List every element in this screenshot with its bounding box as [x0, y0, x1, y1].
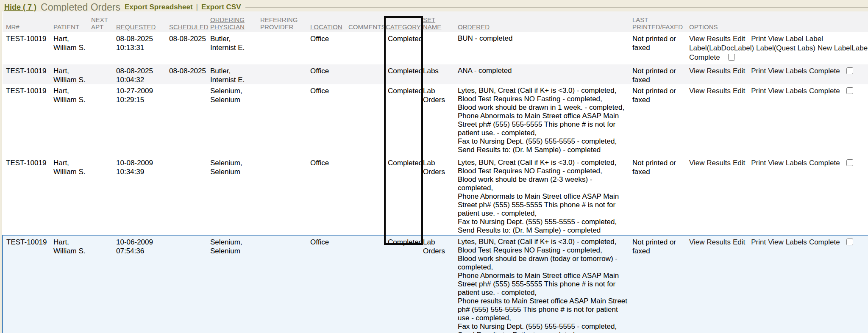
- option-link-print[interactable]: Print: [751, 87, 766, 95]
- column-header-physician[interactable]: ORDERINGPHYSICIAN: [210, 11, 260, 32]
- option-link-complete[interactable]: Complete: [809, 238, 840, 246]
- column-header-label: PATIENT: [53, 23, 79, 31]
- cell-text-line: Hart,: [53, 238, 88, 247]
- hide-link[interactable]: Hide ( 7 ): [4, 3, 36, 12]
- options-line: Label(LabDocLabel)Label(Quest Labs)New L…: [689, 44, 865, 53]
- cell-ordered: Lytes, BUN, Creat (Call if K+ is <3.0) -…: [458, 156, 632, 235]
- cell-physician: Selenium,Selenium: [210, 235, 260, 333]
- cell-mr: TEST-10019: [3, 32, 53, 64]
- cell-next-apt: [91, 235, 116, 333]
- option-link-view-results[interactable]: View Results: [689, 159, 731, 167]
- column-header-label[interactable]: SET: [423, 16, 435, 23]
- option-link-complete[interactable]: Complete: [689, 53, 720, 61]
- column-header-requested[interactable]: REQUESTED: [116, 11, 169, 32]
- option-link-edit[interactable]: Edit: [733, 238, 745, 246]
- export-spreadsheet-link[interactable]: Export Spreadsheet: [125, 3, 193, 11]
- cell-comments: [348, 32, 386, 64]
- options-line: View ResultsEditPrintViewLabelsComplete: [689, 67, 865, 76]
- option-link-complete[interactable]: Complete: [809, 67, 840, 75]
- column-header-category[interactable]: CATEGORY: [386, 11, 423, 32]
- cell-mr: TEST-10019: [3, 156, 53, 235]
- column-header-label[interactable]: NAME: [423, 23, 441, 31]
- option-link-edit[interactable]: Edit: [733, 35, 745, 43]
- option-link-view-results[interactable]: View Results: [689, 238, 731, 246]
- cell-provider: [260, 64, 310, 84]
- column-header-setname[interactable]: SETNAME: [423, 11, 458, 32]
- column-header-provider: REFERRINGPROVIDER: [260, 11, 310, 32]
- option-link-labels[interactable]: Labels: [786, 159, 807, 167]
- option-link-view-results[interactable]: View Results: [689, 67, 731, 75]
- cell-last-printed: Not printed or faxed: [632, 235, 689, 333]
- column-header-label[interactable]: SCHEDULED: [169, 23, 209, 31]
- option-link-print[interactable]: Print: [751, 238, 766, 246]
- option-link-print[interactable]: Print: [751, 35, 766, 43]
- option-link-view-results[interactable]: View Results: [689, 87, 731, 95]
- export-csv-link[interactable]: Export CSV: [201, 3, 241, 11]
- cell-category: Completed: [386, 156, 423, 235]
- complete-checkbox[interactable]: [846, 67, 853, 74]
- column-header-patient: PATIENT: [53, 11, 91, 32]
- cell-provider: [260, 84, 310, 156]
- complete-checkbox[interactable]: [846, 159, 853, 166]
- legend-rule: [245, 7, 868, 8]
- cell-text-line: Hart,: [53, 86, 88, 95]
- option-link-complete[interactable]: Complete: [809, 159, 840, 167]
- complete-checkbox[interactable]: [728, 54, 735, 61]
- column-header-label[interactable]: LOCATION: [310, 23, 342, 31]
- cell-physician: Butler,Internist E.: [210, 64, 260, 84]
- option-link-edit[interactable]: Edit: [733, 67, 745, 75]
- cell-text-line: 10-06-2009: [116, 238, 166, 247]
- cell-comments: [348, 156, 386, 235]
- cell-text-line: Lytes, BUN, Creat (Call if K+ is <3.0) -…: [458, 238, 629, 246]
- cell-ordered: ANA - completed: [458, 64, 632, 84]
- option-link-label-labdoclabel-[interactable]: Label(LabDocLabel): [689, 44, 754, 52]
- cell-text-line: William S.: [53, 167, 88, 176]
- cell-text-line: Phone Abnormals to Main Street office AS…: [458, 192, 629, 218]
- option-link-view[interactable]: View: [768, 87, 784, 95]
- column-header-label[interactable]: REQUESTED: [116, 23, 156, 31]
- option-link-label[interactable]: Label: [786, 35, 804, 43]
- column-header-options: OPTIONS: [689, 11, 868, 32]
- option-link-label-quest-labs-[interactable]: Label(Quest Labs): [756, 44, 815, 52]
- option-link-labels[interactable]: Labels: [786, 238, 807, 246]
- option-link-print[interactable]: Print: [751, 67, 766, 75]
- cell-text-line: Selenium,: [210, 238, 257, 247]
- column-header-label: MR#: [6, 23, 19, 31]
- column-header-label[interactable]: CATEGORY: [386, 23, 421, 31]
- option-link-view-results[interactable]: View Results: [689, 35, 731, 43]
- complete-checkbox[interactable]: [846, 87, 853, 94]
- option-link-new-labellabels[interactable]: New LabelLabels: [818, 44, 868, 52]
- cell-location: Office: [310, 64, 348, 84]
- option-link-view[interactable]: View: [768, 35, 784, 43]
- cell-ordered: Lytes, BUN, Creat (Call if K+ is <3.0) -…: [458, 235, 632, 333]
- column-header-ordered[interactable]: ORDERED: [458, 11, 632, 32]
- option-link-complete[interactable]: Complete: [809, 87, 840, 95]
- option-link-view[interactable]: View: [768, 159, 784, 167]
- option-link-view[interactable]: View: [768, 238, 784, 246]
- column-header-scheduled[interactable]: SCHEDULED: [169, 11, 210, 32]
- cell-last-printed: Not printed or faxed: [632, 32, 689, 64]
- cell-last-printed: Not printed or faxed: [632, 84, 689, 156]
- option-link-labels[interactable]: Labels: [786, 67, 807, 75]
- cell-patient: Hart,William S.: [53, 32, 91, 64]
- option-link-edit[interactable]: Edit: [733, 159, 745, 167]
- option-link-view[interactable]: View: [768, 67, 784, 75]
- option-link-edit[interactable]: Edit: [733, 87, 745, 95]
- option-link-label[interactable]: Label: [805, 35, 823, 43]
- cell-next-apt: [91, 64, 116, 84]
- cell-options: View ResultsEditPrintViewLabelLabelLabel…: [689, 32, 868, 64]
- cell-text-line: Butler,: [210, 67, 257, 75]
- column-header-label[interactable]: PHYSICIAN: [210, 23, 245, 31]
- column-header-location[interactable]: LOCATION: [310, 11, 348, 32]
- cell-patient: Hart,William S.: [53, 156, 91, 235]
- column-header-label[interactable]: ORDERED: [458, 23, 490, 31]
- cell-text-line: Send Results to: (Dr. M Sample) - comple…: [458, 226, 629, 235]
- cell-text-line: Send Results to: Patient - completed: [458, 331, 629, 333]
- complete-checkbox[interactable]: [846, 239, 853, 245]
- option-link-print[interactable]: Print: [751, 159, 766, 167]
- table-row: TEST-10019Hart,William S.10-06-200907:54…: [3, 235, 868, 333]
- cell-next-apt: [91, 32, 116, 64]
- option-link-labels[interactable]: Labels: [786, 87, 807, 95]
- orders-table-panel: MR#PATIENTNEXTAPTREQUESTEDSCHEDULEDORDER…: [2, 11, 868, 333]
- column-header-label[interactable]: ORDERING: [210, 16, 245, 23]
